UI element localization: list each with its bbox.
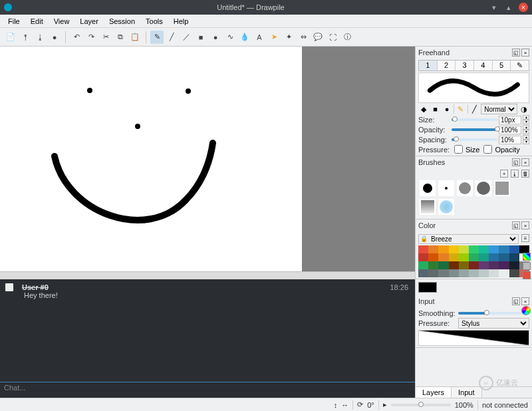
color-swatch[interactable]	[428, 245, 438, 253]
current-color-swatch[interactable]	[418, 282, 437, 293]
selection-tool-button[interactable]: ⇔	[297, 31, 310, 44]
fill-tool-button[interactable]: 💧	[238, 31, 251, 44]
color-swatch[interactable]	[469, 253, 479, 261]
color-swatch[interactable]	[479, 245, 489, 253]
delete-brush-button[interactable]: 🗑	[521, 170, 529, 178]
color-swatch[interactable]	[509, 253, 519, 261]
brush-preset[interactable]	[494, 180, 510, 196]
menu-tools[interactable]: Tools	[140, 16, 168, 27]
color-swatch[interactable]	[469, 261, 479, 269]
brush-preset[interactable]	[438, 199, 454, 215]
open-doc-button[interactable]: ⭱	[19, 31, 32, 44]
add-brush-button[interactable]: +	[500, 170, 508, 178]
chat-input[interactable]: Chat...	[0, 382, 415, 398]
zoom-slider[interactable]	[391, 404, 451, 406]
bezier-tool-button[interactable]: ∿	[223, 31, 237, 44]
inspector-tool-button[interactable]: ⓘ	[340, 31, 354, 44]
color-picker-tool-button[interactable]: ➤	[267, 31, 281, 44]
panel-close-button[interactable]: ×	[521, 221, 529, 229]
copy-button[interactable]: ⧉	[114, 31, 127, 44]
panel-undock-button[interactable]: ◱	[512, 49, 520, 57]
menu-session[interactable]: Session	[104, 16, 140, 27]
zoom-tool-button[interactable]: ⛶	[326, 31, 339, 44]
color-swatch[interactable]	[459, 253, 469, 261]
menu-help[interactable]: Help	[168, 16, 194, 27]
canvas-viewport[interactable]	[0, 47, 415, 271]
canvas[interactable]	[0, 47, 302, 271]
brush-preset[interactable]	[457, 180, 473, 196]
color-swatch[interactable]	[479, 261, 489, 269]
panel-undock-button[interactable]: ◱	[512, 221, 520, 229]
color-swatch[interactable]	[438, 253, 448, 261]
freehand-tool-button[interactable]: ✎	[150, 31, 164, 44]
palette-select[interactable]: Breeze	[418, 234, 519, 244]
color-swatch[interactable]	[449, 253, 459, 261]
pixel-brush-icon[interactable]: ◆	[418, 104, 429, 114]
color-swatch[interactable]	[509, 245, 519, 253]
color-swatch[interactable]	[499, 245, 509, 253]
window-close-button[interactable]: ×	[519, 3, 528, 12]
color-swatch[interactable]	[479, 253, 489, 261]
color-swatch[interactable]	[449, 261, 459, 269]
color-swatch[interactable]	[479, 269, 489, 277]
panel-close-button[interactable]: ×	[521, 49, 529, 57]
panel-undock-button[interactable]: ◱	[512, 297, 520, 305]
eraser-tool-button[interactable]: ╱	[165, 31, 178, 44]
smoothing-slider[interactable]	[458, 312, 529, 315]
undo-button[interactable]: ↶	[70, 31, 83, 44]
menu-edit[interactable]: Edit	[25, 16, 49, 27]
line-tool-button[interactable]: ／	[180, 31, 193, 44]
opacity-down-button[interactable]: ▾	[523, 130, 529, 134]
menu-layer[interactable]: Layer	[74, 16, 104, 27]
flip-v-icon[interactable]: ↔	[341, 401, 348, 409]
preset-tab-3[interactable]: 3	[456, 61, 474, 70]
color-swatch[interactable]	[459, 261, 469, 269]
blend-mode-select[interactable]: Normal	[481, 104, 517, 114]
color-swatch[interactable]	[509, 269, 519, 277]
preset-tab-5[interactable]: 5	[493, 61, 511, 70]
color-swatch[interactable]	[489, 261, 499, 269]
preserve-alpha-icon[interactable]: ◑	[519, 104, 529, 114]
color-swatch[interactable]	[499, 269, 509, 277]
brush-preset[interactable]	[438, 180, 454, 196]
color-sliders-button[interactable]	[523, 262, 531, 270]
size-down-button[interactable]: ▾	[523, 120, 529, 124]
horizontal-scrollbar[interactable]	[0, 271, 415, 279]
spacing-up-button[interactable]: ▴	[523, 135, 529, 140]
color-wheel-button[interactable]	[521, 306, 531, 315]
annotation-tool-button[interactable]: 💬	[311, 31, 325, 44]
window-maximize-button[interactable]: ▴	[504, 3, 513, 12]
save-brush-button[interactable]: ⭳	[511, 170, 519, 178]
color-swatch[interactable]	[418, 253, 428, 261]
spacing-value[interactable]: 10%	[499, 136, 521, 144]
color-swatch[interactable]	[418, 269, 428, 277]
color-swatch[interactable]	[449, 245, 459, 253]
size-up-button[interactable]: ▴	[523, 115, 529, 120]
pressure-curve[interactable]	[418, 330, 529, 346]
soft-brush-icon[interactable]: ●	[442, 104, 452, 114]
spacing-slider[interactable]	[452, 138, 497, 141]
save-doc-button[interactable]: ⭳	[33, 31, 47, 44]
color-swatch[interactable]	[499, 253, 509, 261]
color-swatch[interactable]	[428, 269, 438, 277]
color-swatch-button[interactable]	[523, 271, 531, 279]
color-swatch[interactable]	[428, 261, 438, 269]
brush-preset[interactable]	[475, 180, 491, 196]
pressure-mode-select[interactable]: Stylus	[458, 318, 529, 329]
color-swatch[interactable]	[449, 269, 459, 277]
rotate-icon[interactable]: ⟳	[357, 400, 363, 409]
color-swatch[interactable]	[438, 245, 448, 253]
flip-h-icon[interactable]: ↕	[334, 401, 338, 409]
color-spectrum-button[interactable]	[523, 253, 531, 261]
color-swatch[interactable]	[489, 269, 499, 277]
size-value[interactable]: 10px	[499, 116, 521, 124]
ellipse-tool-button[interactable]: ●	[209, 31, 222, 44]
tab-layers[interactable]: Layers	[416, 387, 452, 398]
pressure-opacity-checkbox[interactable]	[483, 145, 492, 154]
color-swatch[interactable]	[469, 269, 479, 277]
menu-file[interactable]: File	[3, 16, 25, 27]
color-swatch[interactable]	[469, 245, 479, 253]
panel-close-button[interactable]: ×	[521, 158, 529, 166]
zoom-reset-icon[interactable]: ▸	[383, 400, 387, 409]
preset-tab-4[interactable]: 4	[474, 61, 493, 70]
